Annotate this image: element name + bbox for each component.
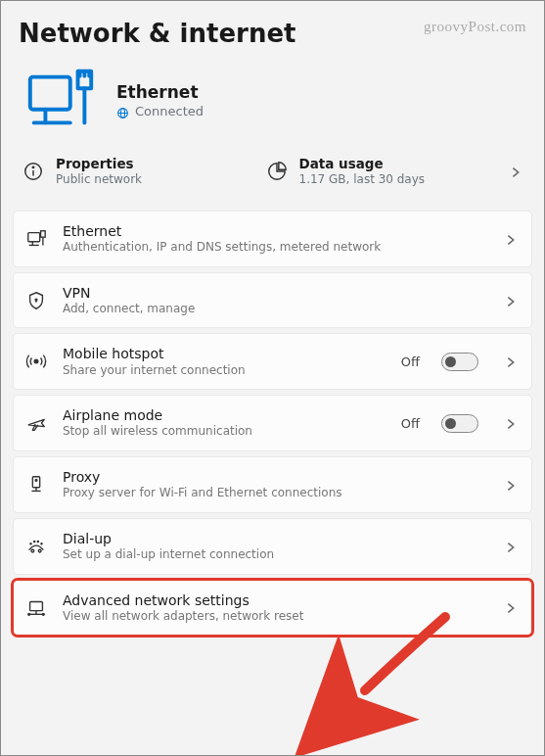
chevron-right-icon (504, 416, 518, 430)
item-subtitle: Add, connect, manage (63, 302, 488, 317)
network-adapter-icon (25, 596, 47, 618)
svg-point-34 (28, 614, 30, 616)
properties-title: Properties (56, 156, 142, 172)
setting-ethernet[interactable]: EthernetAuthentication, IP and DNS setti… (13, 211, 532, 267)
setting-airplane-mode[interactable]: Airplane modeStop all wireless communica… (13, 395, 532, 451)
setting-vpn[interactable]: VPNAdd, connect, manage (13, 272, 532, 329)
toggle-state: Off (401, 416, 420, 431)
svg-rect-16 (41, 231, 46, 237)
svg-rect-31 (30, 602, 43, 611)
chevron-right-icon (504, 478, 518, 492)
chevron-right-icon (504, 294, 518, 307)
watermark: groovyPost.com (424, 19, 526, 35)
chevron-right-icon (504, 232, 518, 246)
item-subtitle: Stop all wireless communication (63, 424, 386, 440)
page-title: Network & internet (19, 19, 295, 48)
item-title: Airplane mode (63, 406, 386, 424)
data-usage-sub: 1.17 GB, last 30 days (299, 172, 426, 187)
item-title: VPN (63, 284, 488, 302)
svg-rect-0 (30, 77, 70, 110)
ethernet-device-icon (23, 62, 99, 138)
ethernet-icon (25, 228, 47, 250)
item-title: Advanced network settings (63, 591, 488, 609)
item-title: Dial-up (63, 530, 488, 547)
item-subtitle: Set up a dial-up internet connection (63, 547, 488, 563)
item-subtitle: View all network adapters, network reset (63, 609, 488, 625)
item-title: Mobile hotspot (63, 345, 386, 362)
chevron-right-icon (504, 540, 518, 553)
svg-point-25 (31, 549, 34, 552)
svg-point-22 (35, 479, 37, 481)
data-usage-button[interactable]: Data usage 1.17 GB, last 30 days (266, 156, 496, 187)
globe-icon (116, 105, 129, 118)
svg-rect-21 (32, 477, 39, 488)
svg-point-30 (41, 543, 42, 543)
properties-sub: Public network (56, 172, 142, 187)
item-subtitle: Authentication, IP and DNS settings, met… (63, 240, 488, 256)
svg-point-20 (34, 359, 38, 363)
svg-point-28 (34, 541, 35, 542)
svg-point-12 (32, 166, 33, 167)
chevron-right-icon (509, 165, 522, 178)
setting-advanced-network-settings[interactable]: Advanced network settingsView all networ… (13, 580, 532, 637)
data-usage-title: Data usage (299, 156, 426, 172)
svg-rect-13 (28, 232, 40, 241)
hotspot-icon (25, 351, 47, 372)
chevron-right-icon (504, 354, 518, 368)
properties-button[interactable]: Properties Public network (23, 156, 252, 187)
svg-point-18 (35, 299, 37, 301)
setting-dial-up[interactable]: Dial-upSet up a dial-up internet connect… (13, 518, 532, 575)
item-title: Ethernet (63, 222, 488, 240)
toggle-switch[interactable] (441, 414, 478, 433)
info-icon (23, 161, 44, 182)
connection-status: Connected (135, 104, 204, 118)
item-subtitle: Share your internet connection (63, 363, 386, 379)
svg-point-29 (37, 541, 38, 542)
setting-mobile-hotspot[interactable]: Mobile hotspotShare your internet connec… (13, 333, 532, 390)
dialup-icon (25, 536, 47, 557)
chevron-right-icon (504, 600, 518, 614)
svg-point-26 (38, 549, 41, 552)
svg-point-35 (42, 614, 44, 616)
pie-chart-icon (266, 161, 288, 182)
setting-proxy[interactable]: ProxyProxy server for Wi-Fi and Ethernet… (13, 456, 532, 513)
toggle-state: Off (401, 354, 420, 369)
airplane-icon (25, 412, 47, 434)
item-subtitle: Proxy server for Wi-Fi and Ethernet conn… (63, 486, 488, 501)
item-title: Proxy (63, 468, 488, 486)
svg-point-27 (30, 543, 31, 543)
shield-icon (25, 290, 47, 311)
toggle-switch[interactable] (441, 353, 478, 371)
connection-name: Ethernet (116, 82, 204, 102)
proxy-icon (25, 474, 47, 496)
connection-summary: Ethernet Connected (19, 56, 526, 152)
